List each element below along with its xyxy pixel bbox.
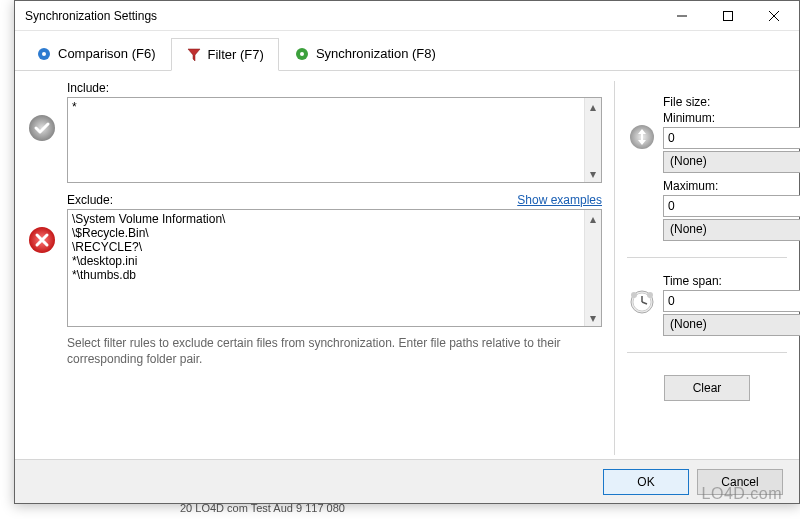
dialog-footer: OK Cancel (15, 459, 799, 503)
tab-filter[interactable]: Filter (F7) (171, 38, 279, 71)
exclude-textarea[interactable] (68, 210, 584, 326)
gear-green-icon (294, 46, 310, 62)
titlebar: Synchronization Settings (15, 1, 799, 31)
maximum-input[interactable]: ▲▼ (663, 195, 800, 217)
svg-point-7 (300, 52, 304, 56)
clock-icon (627, 288, 657, 316)
funnel-icon (186, 47, 202, 63)
show-examples-link[interactable]: Show examples (517, 193, 602, 207)
clear-button[interactable]: Clear (664, 375, 750, 401)
combo-value: (None) (664, 220, 800, 240)
timespan-label: Time span: (663, 274, 800, 288)
minimum-input[interactable]: ▲▼ (663, 127, 800, 149)
vertical-separator (614, 81, 615, 455)
svg-point-5 (42, 52, 46, 56)
dialog-window: Synchronization Settings Comparison (F6)… (14, 0, 800, 504)
tab-label: Comparison (F6) (58, 46, 156, 61)
window-title: Synchronization Settings (25, 9, 659, 23)
svg-rect-1 (724, 11, 733, 20)
filesize-label: File size: (663, 95, 800, 109)
ok-button[interactable]: OK (603, 469, 689, 495)
minimum-label: Minimum: (663, 111, 800, 125)
gear-blue-icon (36, 46, 52, 62)
close-button[interactable] (751, 2, 797, 30)
combo-value: (None) (664, 315, 800, 335)
filesize-arrows-icon (627, 123, 657, 151)
help-text: Select filter rules to exclude certain f… (25, 327, 602, 367)
minimize-button[interactable] (659, 2, 705, 30)
combo-value: (None) (664, 152, 800, 172)
horizontal-separator (627, 352, 787, 353)
tab-comparison[interactable]: Comparison (F6) (21, 37, 171, 70)
maximum-unit-combo[interactable]: (None)▼ (663, 219, 800, 241)
scroll-down-icon[interactable]: ▾ (585, 165, 601, 182)
svg-point-16 (647, 292, 653, 298)
include-textbox[interactable]: ▴▾ (67, 97, 602, 183)
scrollbar[interactable]: ▴▾ (584, 98, 601, 182)
minimum-unit-combo[interactable]: (None)▼ (663, 151, 800, 173)
tab-label: Filter (F7) (208, 47, 264, 62)
timespan-value[interactable] (663, 290, 800, 312)
exclude-label: Exclude: (67, 193, 113, 207)
timespan-input[interactable]: ▲▼ (663, 290, 800, 312)
maximum-label: Maximum: (663, 179, 800, 193)
scroll-down-icon[interactable]: ▾ (585, 309, 601, 326)
tab-synchronization[interactable]: Synchronization (F8) (279, 37, 451, 70)
scrollbar[interactable]: ▴▾ (584, 210, 601, 326)
exclude-badge-icon (25, 225, 59, 255)
maximize-button[interactable] (705, 2, 751, 30)
tab-label: Synchronization (F8) (316, 46, 436, 61)
exclude-textbox[interactable]: ▴▾ (67, 209, 602, 327)
watermark: LO4D.com (702, 485, 782, 503)
minimum-value[interactable] (663, 127, 800, 149)
horizontal-separator (627, 257, 787, 258)
timespan-unit-combo[interactable]: (None)▼ (663, 314, 800, 336)
tab-bar: Comparison (F6) Filter (F7) Synchronizat… (15, 31, 799, 71)
include-textarea[interactable] (68, 98, 584, 182)
include-label: Include: (67, 81, 109, 95)
scroll-up-icon[interactable]: ▴ (585, 210, 601, 227)
maximum-value[interactable] (663, 195, 800, 217)
svg-point-15 (631, 292, 637, 298)
include-badge-icon (25, 113, 59, 143)
scroll-up-icon[interactable]: ▴ (585, 98, 601, 115)
